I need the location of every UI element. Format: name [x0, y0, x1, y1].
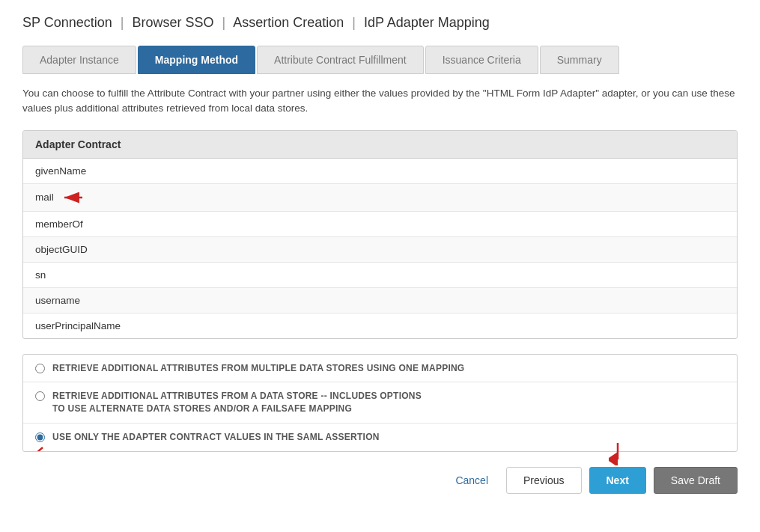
page-description: You can choose to fulfill the Attribute …: [22, 86, 738, 117]
tab-attribute-contract[interactable]: Attribute Contract Fulfillment: [257, 46, 424, 74]
save-draft-button[interactable]: Save Draft: [654, 467, 738, 494]
tab-summary[interactable]: Summary: [540, 46, 619, 74]
radio-label-opt1: RETRIEVE ADDITIONAL ATTRIBUTES FROM MULT…: [52, 362, 464, 375]
adapter-contract-header: Adapter Contract: [23, 131, 737, 159]
radio-input-opt1[interactable]: [35, 364, 45, 373]
contract-row-userprincipalname: userPrincipalName: [23, 314, 737, 338]
previous-button[interactable]: Previous: [506, 467, 581, 494]
cancel-button[interactable]: Cancel: [445, 468, 499, 492]
contract-row-givenname: givenName: [23, 159, 737, 184]
contract-row-objectguid: objectGUID: [23, 237, 737, 263]
radio-input-opt2[interactable]: [35, 391, 45, 401]
contract-row-username: username: [23, 288, 737, 314]
contract-row-mail: mail: [23, 184, 737, 212]
next-button[interactable]: Next: [589, 467, 646, 494]
next-arrow-indicator: [609, 443, 627, 468]
radio-label-opt3: USE ONLY THE ADAPTER CONTRACT VALUES IN …: [52, 431, 380, 444]
mapping-options-section: RETRIEVE ADDITIONAL ATTRIBUTES FROM MULT…: [22, 354, 738, 452]
contract-row-sn: sn: [23, 263, 737, 288]
radio-opt3-arrow: [25, 444, 47, 452]
radio-option-2[interactable]: RETRIEVE ADDITIONAL ATTRIBUTES FROM A DA…: [23, 382, 737, 424]
radio-option-3[interactable]: USE ONLY THE ADAPTER CONTRACT VALUES IN …: [23, 424, 737, 451]
tab-mapping-method[interactable]: Mapping Method: [138, 46, 255, 74]
radio-label-opt2: RETRIEVE ADDITIONAL ATTRIBUTES FROM A DA…: [52, 390, 422, 415]
adapter-contract-section: Adapter Contract givenName mail mem: [22, 130, 738, 339]
contract-row-memberof: memberOf: [23, 212, 737, 237]
mail-arrow-indicator: [60, 191, 87, 204]
radio-input-opt3[interactable]: [35, 432, 45, 442]
tab-adapter-instance[interactable]: Adapter Instance: [22, 46, 136, 74]
tab-issuance-criteria[interactable]: Issuance Criteria: [425, 46, 538, 74]
breadcrumb: SP Connection | Browser SSO | Assertion …: [22, 15, 738, 31]
bottom-action-bar: Cancel Previous Next Save Draft: [22, 452, 738, 501]
tab-bar: Adapter Instance Mapping Method Attribut…: [22, 46, 738, 74]
radio-option-1[interactable]: RETRIEVE ADDITIONAL ATTRIBUTES FROM MULT…: [23, 355, 737, 383]
